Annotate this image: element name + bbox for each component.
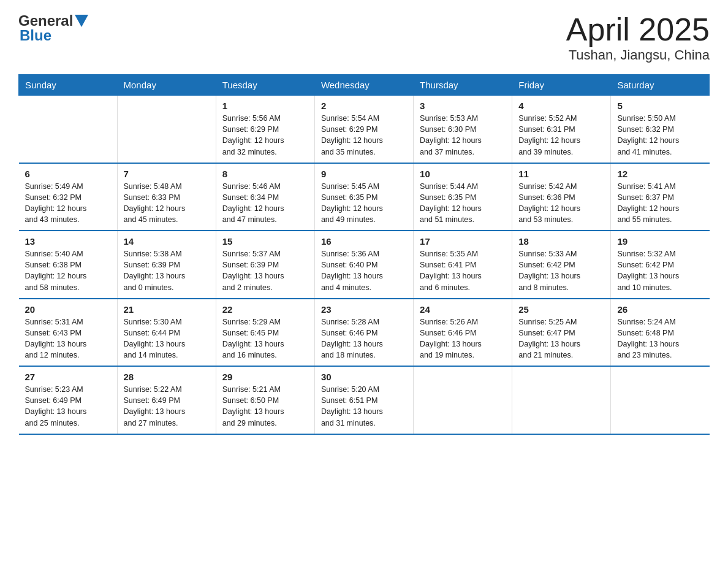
calendar-subtitle: Tushan, Jiangsu, China <box>566 47 710 63</box>
calendar-cell: 26Sunrise: 5:24 AM Sunset: 6:48 PM Dayli… <box>611 299 710 367</box>
day-info: Sunrise: 5:38 AM Sunset: 6:39 PM Dayligh… <box>124 248 210 293</box>
calendar-cell: 23Sunrise: 5:28 AM Sunset: 6:46 PM Dayli… <box>314 299 413 367</box>
calendar-cell: 22Sunrise: 5:29 AM Sunset: 6:45 PM Dayli… <box>216 299 314 367</box>
calendar-cell: 27Sunrise: 5:23 AM Sunset: 6:49 PM Dayli… <box>19 366 118 434</box>
calendar-cell: 29Sunrise: 5:21 AM Sunset: 6:50 PM Dayli… <box>216 366 314 434</box>
day-number: 1 <box>222 101 308 111</box>
calendar-cell: 15Sunrise: 5:37 AM Sunset: 6:39 PM Dayli… <box>216 231 314 299</box>
day-number: 20 <box>25 304 111 315</box>
day-number: 11 <box>518 169 604 179</box>
calendar-cell: 17Sunrise: 5:35 AM Sunset: 6:41 PM Dayli… <box>414 231 512 299</box>
calendar-row-2: 13Sunrise: 5:40 AM Sunset: 6:38 PM Dayli… <box>19 231 710 299</box>
day-info: Sunrise: 5:36 AM Sunset: 6:40 PM Dayligh… <box>321 248 407 293</box>
day-info: Sunrise: 5:49 AM Sunset: 6:32 PM Dayligh… <box>25 181 111 226</box>
page-header: General Blue April 2025 Tushan, Jiangsu,… <box>18 12 710 63</box>
calendar-cell: 11Sunrise: 5:42 AM Sunset: 6:36 PM Dayli… <box>512 163 611 231</box>
calendar-cell: 13Sunrise: 5:40 AM Sunset: 6:38 PM Dayli… <box>19 231 118 299</box>
calendar-row-0: 1Sunrise: 5:56 AM Sunset: 6:29 PM Daylig… <box>19 96 710 163</box>
day-number: 21 <box>124 304 210 315</box>
day-info: Sunrise: 5:37 AM Sunset: 6:39 PM Dayligh… <box>222 248 308 293</box>
calendar-col-friday: Friday <box>512 75 611 96</box>
calendar-col-saturday: Saturday <box>611 75 710 96</box>
day-info: Sunrise: 5:22 AM Sunset: 6:49 PM Dayligh… <box>124 384 210 429</box>
day-number: 7 <box>124 169 210 179</box>
day-info: Sunrise: 5:25 AM Sunset: 6:47 PM Dayligh… <box>518 316 604 361</box>
day-info: Sunrise: 5:21 AM Sunset: 6:50 PM Dayligh… <box>222 384 308 429</box>
day-number: 4 <box>518 101 604 111</box>
calendar-cell: 20Sunrise: 5:31 AM Sunset: 6:43 PM Dayli… <box>19 299 118 367</box>
day-number: 30 <box>321 372 407 382</box>
calendar-cell <box>19 96 118 163</box>
calendar-cell: 12Sunrise: 5:41 AM Sunset: 6:37 PM Dayli… <box>611 163 710 231</box>
calendar-cell: 9Sunrise: 5:45 AM Sunset: 6:35 PM Daylig… <box>314 163 413 231</box>
day-number: 3 <box>420 101 506 111</box>
calendar-cell <box>117 96 216 163</box>
day-number: 10 <box>420 169 506 179</box>
day-number: 28 <box>124 372 210 382</box>
svg-marker-0 <box>75 15 88 27</box>
day-info: Sunrise: 5:28 AM Sunset: 6:46 PM Dayligh… <box>321 316 407 361</box>
day-number: 16 <box>321 236 407 247</box>
day-number: 24 <box>420 304 506 315</box>
calendar-cell: 7Sunrise: 5:48 AM Sunset: 6:33 PM Daylig… <box>117 163 216 231</box>
day-number: 8 <box>222 169 308 179</box>
day-number: 6 <box>25 169 111 179</box>
calendar-row-4: 27Sunrise: 5:23 AM Sunset: 6:49 PM Dayli… <box>19 366 710 434</box>
day-number: 5 <box>617 101 703 111</box>
calendar-cell: 8Sunrise: 5:46 AM Sunset: 6:34 PM Daylig… <box>216 163 314 231</box>
day-number: 9 <box>321 169 407 179</box>
calendar-col-thursday: Thursday <box>414 75 512 96</box>
day-info: Sunrise: 5:56 AM Sunset: 6:29 PM Dayligh… <box>222 113 308 158</box>
calendar-cell: 19Sunrise: 5:32 AM Sunset: 6:42 PM Dayli… <box>611 231 710 299</box>
day-info: Sunrise: 5:32 AM Sunset: 6:42 PM Dayligh… <box>617 248 703 293</box>
calendar-row-1: 6Sunrise: 5:49 AM Sunset: 6:32 PM Daylig… <box>19 163 710 231</box>
day-number: 12 <box>617 169 703 179</box>
day-info: Sunrise: 5:20 AM Sunset: 6:51 PM Dayligh… <box>321 384 407 429</box>
day-info: Sunrise: 5:48 AM Sunset: 6:33 PM Dayligh… <box>124 181 210 226</box>
day-info: Sunrise: 5:41 AM Sunset: 6:37 PM Dayligh… <box>617 181 703 226</box>
day-info: Sunrise: 5:50 AM Sunset: 6:32 PM Dayligh… <box>617 113 703 158</box>
day-number: 22 <box>222 304 308 315</box>
calendar-cell <box>414 366 512 434</box>
logo-arrow-icon <box>75 15 88 29</box>
calendar-col-tuesday: Tuesday <box>216 75 314 96</box>
calendar-header-row: SundayMondayTuesdayWednesdayThursdayFrid… <box>19 75 710 96</box>
day-info: Sunrise: 5:46 AM Sunset: 6:34 PM Dayligh… <box>222 181 308 226</box>
calendar-cell: 5Sunrise: 5:50 AM Sunset: 6:32 PM Daylig… <box>611 96 710 163</box>
day-number: 15 <box>222 236 308 247</box>
calendar-cell: 3Sunrise: 5:53 AM Sunset: 6:30 PM Daylig… <box>414 96 512 163</box>
day-info: Sunrise: 5:29 AM Sunset: 6:45 PM Dayligh… <box>222 316 308 361</box>
day-info: Sunrise: 5:54 AM Sunset: 6:29 PM Dayligh… <box>321 113 407 158</box>
day-info: Sunrise: 5:26 AM Sunset: 6:46 PM Dayligh… <box>420 316 506 361</box>
calendar-cell: 1Sunrise: 5:56 AM Sunset: 6:29 PM Daylig… <box>216 96 314 163</box>
calendar-cell: 28Sunrise: 5:22 AM Sunset: 6:49 PM Dayli… <box>117 366 216 434</box>
day-info: Sunrise: 5:42 AM Sunset: 6:36 PM Dayligh… <box>518 181 604 226</box>
day-info: Sunrise: 5:52 AM Sunset: 6:31 PM Dayligh… <box>518 113 604 158</box>
calendar-cell: 2Sunrise: 5:54 AM Sunset: 6:29 PM Daylig… <box>314 96 413 163</box>
calendar-cell: 18Sunrise: 5:33 AM Sunset: 6:42 PM Dayli… <box>512 231 611 299</box>
logo-blue-text: Blue <box>20 27 51 44</box>
calendar-cell: 10Sunrise: 5:44 AM Sunset: 6:35 PM Dayli… <box>414 163 512 231</box>
calendar-cell: 16Sunrise: 5:36 AM Sunset: 6:40 PM Dayli… <box>314 231 413 299</box>
calendar-row-3: 20Sunrise: 5:31 AM Sunset: 6:43 PM Dayli… <box>19 299 710 367</box>
day-number: 2 <box>321 101 407 111</box>
calendar-cell: 30Sunrise: 5:20 AM Sunset: 6:51 PM Dayli… <box>314 366 413 434</box>
calendar-cell: 24Sunrise: 5:26 AM Sunset: 6:46 PM Dayli… <box>414 299 512 367</box>
calendar-cell: 21Sunrise: 5:30 AM Sunset: 6:44 PM Dayli… <box>117 299 216 367</box>
calendar-cell: 25Sunrise: 5:25 AM Sunset: 6:47 PM Dayli… <box>512 299 611 367</box>
day-number: 14 <box>124 236 210 247</box>
day-number: 27 <box>25 372 111 382</box>
day-info: Sunrise: 5:44 AM Sunset: 6:35 PM Dayligh… <box>420 181 506 226</box>
calendar-col-wednesday: Wednesday <box>314 75 413 96</box>
day-info: Sunrise: 5:23 AM Sunset: 6:49 PM Dayligh… <box>25 384 111 429</box>
day-info: Sunrise: 5:30 AM Sunset: 6:44 PM Dayligh… <box>124 316 210 361</box>
day-info: Sunrise: 5:33 AM Sunset: 6:42 PM Dayligh… <box>518 248 604 293</box>
calendar-col-sunday: Sunday <box>19 75 118 96</box>
title-block: April 2025 Tushan, Jiangsu, China <box>566 12 710 63</box>
day-info: Sunrise: 5:31 AM Sunset: 6:43 PM Dayligh… <box>25 316 111 361</box>
calendar-table: SundayMondayTuesdayWednesdayThursdayFrid… <box>18 74 710 435</box>
day-number: 17 <box>420 236 506 247</box>
day-number: 13 <box>25 236 111 247</box>
logo: General Blue <box>18 12 88 44</box>
day-info: Sunrise: 5:40 AM Sunset: 6:38 PM Dayligh… <box>25 248 111 293</box>
